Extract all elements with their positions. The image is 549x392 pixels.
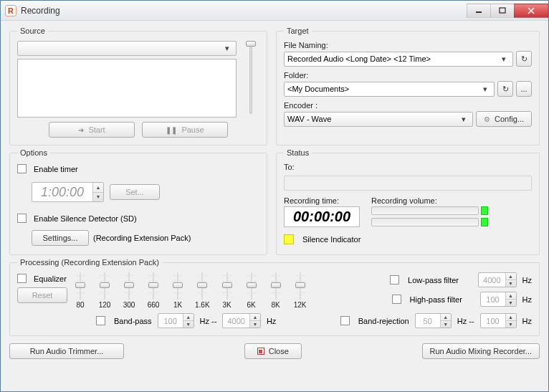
browse-folder-button[interactable]: ... bbox=[516, 81, 532, 97]
eq-band-label: 660 bbox=[148, 301, 160, 309]
spinner-down-icon[interactable]: ▼ bbox=[93, 192, 103, 202]
status-group: Status To: Recording time: 00:00:00 Reco… bbox=[276, 148, 540, 255]
equalizer-label: Equalizer bbox=[34, 274, 67, 283]
start-button[interactable]: ➔ Start bbox=[49, 122, 135, 138]
timer-value-spinner[interactable]: 1:00:00 ▲▼ bbox=[32, 182, 104, 202]
to-field bbox=[284, 176, 532, 191]
sd-settings-button[interactable]: Settings... bbox=[32, 230, 89, 246]
input-level-slider[interactable] bbox=[242, 41, 259, 117]
vol-meter-right bbox=[371, 218, 532, 226]
enable-sd-checkbox[interactable] bbox=[17, 214, 27, 223]
eq-band-1K[interactable]: 1K bbox=[171, 272, 185, 309]
eq-sliders: 801203006601K1.6K3K6K8K12K bbox=[73, 272, 307, 309]
file-naming-label: File Naming: bbox=[284, 41, 532, 49]
eq-band-label: 3K bbox=[222, 301, 231, 309]
minimize-button[interactable] bbox=[467, 4, 491, 18]
silence-indicator-icon bbox=[284, 234, 294, 244]
eq-reset-button[interactable]: Reset bbox=[17, 287, 67, 303]
bandrej-lo-spinner[interactable]: 50 ▲▼ bbox=[415, 313, 452, 328]
eq-band-1.6K[interactable]: 1.6K bbox=[195, 272, 210, 309]
encoder-label: Encoder : bbox=[284, 101, 532, 110]
run-trimmer-button[interactable]: Run Audio Trimmer... bbox=[9, 343, 124, 359]
lowpass-label: Low-pass filter bbox=[408, 276, 472, 285]
target-group: Target File Naming: Recorded Audio <Long… bbox=[276, 27, 540, 145]
ellipsis-icon: ... bbox=[520, 85, 527, 93]
eq-band-3K[interactable]: 3K bbox=[220, 272, 234, 309]
spinner-up-icon[interactable]: ▲ bbox=[93, 183, 103, 192]
refresh-icon: ↻ bbox=[502, 85, 509, 94]
chevron-down-icon: ▾ bbox=[479, 85, 491, 94]
enable-sd-label: Enable Silence Detector (SD) bbox=[34, 214, 137, 223]
timer-set-button[interactable]: Set... bbox=[110, 184, 160, 200]
close-button[interactable]: Close bbox=[244, 343, 302, 359]
bandpass-label: Band-pass bbox=[114, 317, 152, 325]
silence-indicator-label: Silence Indicator bbox=[302, 235, 361, 244]
rec-time-display: 00:00:00 bbox=[284, 206, 360, 227]
highpass-label: High-pass filter bbox=[410, 295, 474, 304]
eq-band-660[interactable]: 660 bbox=[146, 272, 161, 309]
lowpass-checkbox[interactable] bbox=[390, 275, 399, 285]
folder-label: Folder: bbox=[284, 71, 532, 80]
maximize-button[interactable] bbox=[490, 4, 515, 18]
lowpass-spinner[interactable]: 4000 ▲▼ bbox=[478, 272, 516, 287]
equalizer-checkbox[interactable] bbox=[17, 274, 27, 283]
chevron-down-icon: ▾ bbox=[458, 115, 469, 124]
file-naming-combo[interactable]: Recorded Audio <Long Date> <12 Time> ▾ bbox=[284, 52, 513, 67]
status-legend: Status bbox=[284, 148, 312, 157]
bandpass-hi-spinner[interactable]: 4000 ▲▼ bbox=[222, 313, 260, 328]
encoder-config-button[interactable]: ⚙ Config... bbox=[476, 111, 532, 127]
eq-band-label: 120 bbox=[99, 301, 111, 309]
enable-timer-checkbox[interactable] bbox=[17, 164, 27, 173]
highpass-checkbox[interactable] bbox=[392, 295, 401, 304]
bandpass-lo-spinner[interactable]: 100 ▲▼ bbox=[158, 313, 194, 328]
eq-band-label: 6K bbox=[247, 301, 255, 309]
to-label: To: bbox=[284, 163, 532, 171]
eq-band-label: 1.6K bbox=[195, 301, 210, 309]
rep-note: (Recording Extension Pack) bbox=[93, 234, 191, 242]
encoder-combo[interactable]: WAV - Wave ▾ bbox=[284, 112, 473, 127]
play-icon: ➔ bbox=[78, 126, 84, 134]
source-info-box bbox=[17, 59, 237, 118]
bandrej-label: Band-rejection bbox=[358, 317, 409, 325]
vol-meter-left bbox=[371, 206, 532, 215]
rec-vol-label: Recording volume: bbox=[371, 196, 532, 205]
recording-window: R Recording Source ▾ bbox=[0, 0, 549, 392]
options-legend: Options bbox=[17, 148, 50, 157]
source-group: Source ▾ ➔ St bbox=[9, 27, 267, 145]
chevron-down-icon: ▾ bbox=[498, 54, 510, 64]
eq-band-6K[interactable]: 6K bbox=[244, 272, 259, 309]
eq-band-80[interactable]: 80 bbox=[73, 272, 87, 309]
refresh-icon: ↻ bbox=[521, 54, 527, 64]
source-device-combo[interactable]: ▾ bbox=[17, 41, 237, 56]
eq-band-label: 12K bbox=[294, 301, 307, 309]
bandrej-checkbox[interactable] bbox=[340, 316, 350, 325]
eq-band-120[interactable]: 120 bbox=[97, 272, 112, 309]
chevron-down-icon: ▾ bbox=[221, 44, 233, 53]
svg-rect-1 bbox=[500, 8, 505, 13]
eq-band-12K[interactable]: 12K bbox=[293, 272, 307, 309]
pause-icon: ❚❚ bbox=[166, 126, 177, 134]
bandrej-hi-spinner[interactable]: 100 ▲▼ bbox=[480, 313, 517, 328]
eq-band-label: 1K bbox=[173, 301, 182, 309]
eq-band-label: 300 bbox=[123, 301, 135, 309]
close-icon bbox=[257, 348, 264, 355]
close-window-button[interactable] bbox=[514, 4, 548, 18]
folder-combo[interactable]: <My Documents> ▾ bbox=[284, 82, 495, 97]
run-mixer-button[interactable]: Run Audio Mixing Recorder... bbox=[422, 343, 540, 359]
highpass-spinner[interactable]: 100 ▲▼ bbox=[480, 292, 517, 307]
titlebar: R Recording bbox=[1, 1, 548, 21]
pause-button[interactable]: ❚❚ Pause bbox=[142, 122, 228, 138]
file-naming-refresh-button[interactable]: ↻ bbox=[516, 51, 532, 67]
folder-refresh-button[interactable]: ↻ bbox=[497, 81, 513, 97]
processing-group: Processing (Recording Extension Pack) Eq… bbox=[9, 258, 540, 336]
eq-band-300[interactable]: 300 bbox=[122, 272, 136, 309]
enable-timer-label: Enable timer bbox=[34, 165, 78, 173]
window-title: Recording bbox=[21, 6, 60, 16]
gear-icon: ⚙ bbox=[484, 115, 490, 123]
processing-legend: Processing (Recording Extension Pack) bbox=[17, 258, 162, 267]
bandpass-checkbox[interactable] bbox=[96, 316, 105, 325]
options-group: Options Enable timer 1:00:00 ▲▼ Set... bbox=[9, 148, 267, 255]
eq-band-label: 8K bbox=[271, 301, 280, 309]
eq-band-label: 80 bbox=[76, 301, 84, 309]
eq-band-8K[interactable]: 8K bbox=[269, 272, 283, 309]
